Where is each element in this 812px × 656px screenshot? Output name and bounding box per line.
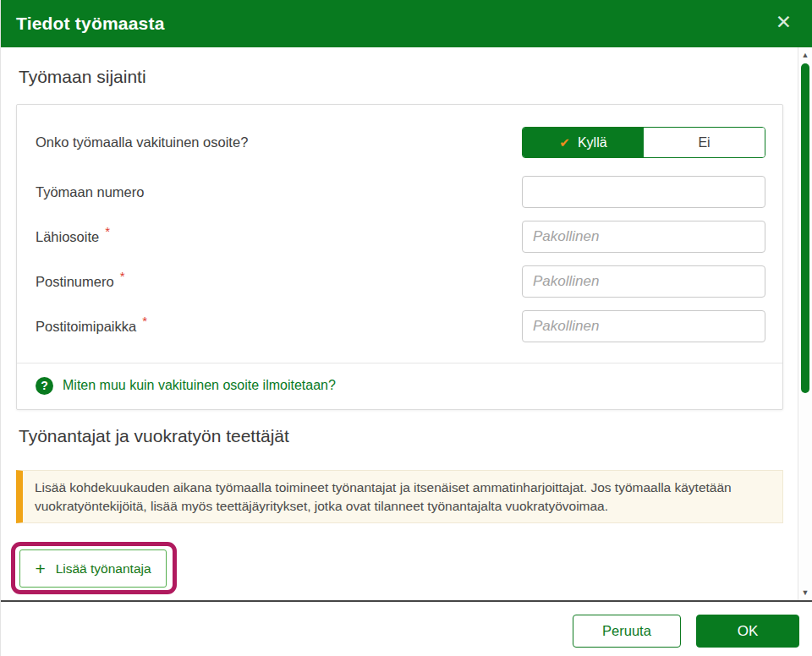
- check-icon: ✔: [559, 136, 570, 149]
- question-label: Onko työmaalla vakituinen osoite?: [36, 134, 248, 150]
- street-address-input[interactable]: [522, 221, 765, 253]
- street-address-label: Lähiosoite*: [36, 229, 110, 245]
- postal-code-label: Postinumero*: [36, 274, 124, 290]
- card-divider: [17, 363, 782, 364]
- toggle-yes-label: Kyllä: [578, 135, 607, 150]
- scroll-up-icon[interactable]: ▲: [798, 51, 812, 59]
- required-asterisk: *: [120, 269, 125, 283]
- postal-code-input[interactable]: [522, 265, 765, 298]
- site-number-input[interactable]: [522, 176, 765, 208]
- add-employer-button[interactable]: + Lisää työnantaja: [19, 549, 167, 588]
- row-permanent-address-question: Onko työmaalla vakituinen osoite? ✔ Kyll…: [36, 127, 765, 158]
- location-card: Onko työmaalla vakituinen osoite? ✔ Kyll…: [16, 104, 783, 410]
- help-link-label: Miten muu kuin vakituinen osoite ilmoite…: [63, 378, 336, 393]
- dialog-title: Tiedot työmaasta: [16, 14, 165, 34]
- row-site-number: Työmaan numero: [36, 176, 765, 208]
- help-icon: ?: [36, 377, 53, 395]
- dialog-titlebar: Tiedot työmaasta ✕: [1, 0, 812, 47]
- section-heading-employers: Työnantajat ja vuokratyön teettäjät: [19, 426, 289, 446]
- scrollbar-thumb[interactable]: [801, 63, 809, 393]
- plus-icon: +: [35, 560, 45, 577]
- toggle-no-button[interactable]: Ei: [644, 128, 765, 157]
- ok-button-label: OK: [738, 623, 759, 640]
- cancel-button-label: Peruuta: [602, 623, 651, 639]
- toggle-no-label: Ei: [698, 135, 710, 150]
- add-employer-button-label: Lisää työnantaja: [56, 561, 151, 577]
- row-street-address: Lähiosoite*: [36, 221, 765, 253]
- toggle-yes-button[interactable]: ✔ Kyllä: [523, 128, 644, 157]
- cancel-button[interactable]: Peruuta: [573, 615, 681, 648]
- postal-city-label: Postitoimipaikka*: [36, 319, 147, 335]
- section-heading-location: Työmaan sijainti: [19, 67, 146, 87]
- scrollbar[interactable]: ▲ ▼: [798, 47, 812, 600]
- postal-city-label-text: Postitoimipaikka: [36, 319, 136, 334]
- postal-code-label-text: Postinumero: [36, 274, 114, 289]
- postal-city-input[interactable]: [522, 310, 765, 342]
- yes-no-toggle: ✔ Kyllä Ei: [522, 127, 765, 158]
- site-number-label: Työmaan numero: [36, 184, 144, 200]
- close-icon[interactable]: ✕: [771, 11, 797, 34]
- required-asterisk: *: [105, 224, 110, 238]
- scroll-down-icon[interactable]: ▼: [798, 588, 812, 597]
- street-address-label-text: Lähiosoite: [36, 229, 99, 244]
- row-postal-code: Postinumero*: [36, 265, 765, 298]
- info-box-text: Lisää kohdekuukauden aikana työmaalla to…: [35, 480, 732, 513]
- help-link[interactable]: ? Miten muu kuin vakituinen osoite ilmoi…: [36, 374, 336, 397]
- info-box: Lisää kohdekuukauden aikana työmaalla to…: [16, 470, 783, 523]
- required-asterisk: *: [142, 314, 147, 328]
- row-postal-city: Postitoimipaikka*: [36, 310, 765, 342]
- footer-divider: [1, 600, 812, 602]
- ok-button[interactable]: OK: [696, 615, 799, 648]
